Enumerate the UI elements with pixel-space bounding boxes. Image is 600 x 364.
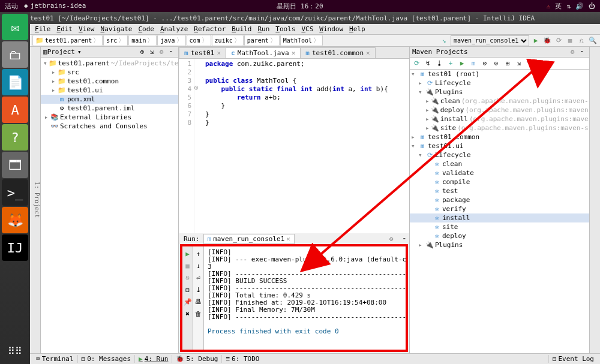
source-code[interactable]: package com.zuikc.parent; public class M… [203,59,409,233]
maven-tree-item[interactable]: ✲site [410,222,589,231]
maven-tree-item[interactable]: ✲verify [410,204,589,213]
project-tree-item[interactable]: ▸📚External Libraries [41,113,178,122]
maven-tree-item[interactable]: ▸🔌Plugins [410,240,589,249]
search-button[interactable]: 🔍 [588,36,598,46]
print-icon[interactable]: 🖶 [194,297,203,306]
add-maven-icon[interactable]: + [446,59,455,68]
build-icon[interactable]: ↘ [439,36,449,46]
project-tree-item[interactable]: ▸📁src [41,68,178,77]
scroll-icon[interactable]: ⤓ [194,285,203,294]
close-icon[interactable]: × [366,49,370,57]
maven-tree-item[interactable]: ✲test [410,186,589,195]
project-tree-item[interactable]: mpom.xml [41,95,178,104]
menu-analyze[interactable]: Analyze [158,25,190,33]
run-button[interactable]: ▶ [531,36,541,46]
layout-icon[interactable]: ⊟ [183,285,193,294]
menu-run[interactable]: Run [255,25,272,33]
hide-icon[interactable]: ⁃ [166,47,176,57]
breadcrumb-item[interactable]: com 〉 [187,35,211,46]
run-maven-icon[interactable]: ▶ [457,59,467,68]
left-gutter[interactable]: 1: Project [30,47,41,353]
wrap-icon[interactable]: ⏎ [194,273,203,282]
launcher-apps-grid[interactable]: ⠿⠿ [2,338,28,364]
maven-tree-item[interactable]: ✲clean [410,160,589,169]
collapse-maven-icon[interactable]: ⇲ [514,59,524,68]
maven-tree-item[interactable]: ▸mtest01.common [410,133,589,142]
maven-tree-item[interactable]: ✲compile [410,178,589,186]
rerun-icon[interactable]: ▶ [183,249,193,258]
launcher-software[interactable]: A [2,97,28,123]
down-icon[interactable]: ↓ [194,261,203,270]
stop-icon[interactable]: ■ [183,261,193,270]
menu-code[interactable]: Code [136,25,157,33]
breadcrumb-item[interactable]: 📁test01.parent 〉 [32,35,103,46]
maven-gear-icon[interactable]: ⚙ [568,47,577,57]
run-config-select[interactable]: maven_run_console1 [451,35,529,46]
status-todo[interactable]: ≡6: TODO [221,355,263,363]
trash-icon[interactable]: 🗑 [194,309,203,318]
status-debug[interactable]: 🐞5: Debug [172,355,221,363]
maven-tree-item[interactable]: ▸🔌site (org.apache.maven.plugins:maven-s… [410,124,589,133]
menu-edit[interactable]: Edit [55,25,76,33]
ime-indicator[interactable]: 英 [555,2,562,11]
clock[interactable]: 星期日 16：20 [277,2,323,11]
console-output[interactable]: [INFO][INFO] --- exec-maven-plugin:1.6.0… [204,246,406,350]
activities-label[interactable]: 活动 [5,2,18,11]
right-gutter[interactable] [589,47,600,353]
debug-button[interactable]: 🐞 [542,36,552,46]
menu-view[interactable]: View [76,25,97,33]
stop-button[interactable]: ■ [565,36,575,46]
maven-tree-item[interactable]: ✲validate [410,169,589,178]
project-tree-item[interactable]: 👓Scratches and Consoles [41,122,178,131]
menu-navigate[interactable]: Navigate [98,25,135,33]
breadcrumb-item[interactable]: MathTool 〉 [280,35,323,46]
editor-tab[interactable]: mtest01.common× [300,47,375,58]
menu-vcs[interactable]: VCS [299,25,316,33]
launcher-intellij[interactable]: IJ [2,234,28,261]
reimport-icon[interactable]: ⟳ [412,59,421,68]
launcher-desktop[interactable]: 🗔 [2,152,28,178]
menu-tools[interactable]: Tools [273,25,298,33]
maven-tree-item[interactable]: ▸🔌clean (org.apache.maven.plugins:maven-… [410,97,589,106]
skip-tests-icon[interactable]: ⊝ [491,59,501,68]
maven-tree-item[interactable]: ▸⟳Lifecycle [410,79,589,88]
project-tree-item[interactable]: ▾📁test01.parent ~/IdeaProjects/tes [41,59,178,68]
launcher-firefox[interactable]: 🦊 [2,207,28,233]
menu-window[interactable]: Window [317,25,346,33]
status-run[interactable]: ▶4: Run [134,355,172,363]
launcher-help[interactable]: ? [2,124,28,151]
run-hide-icon[interactable]: ⁃ [400,234,409,243]
up-icon[interactable]: ↑ [194,249,203,258]
editor-tab[interactable]: mtest01× [179,47,226,58]
gear-icon[interactable]: ⚙ [157,47,166,57]
project-tree-item[interactable]: ⚙test01.parent.iml [41,104,178,113]
status-messages[interactable]: ⊟0: Messages [77,355,134,363]
warning-icon[interactable]: ⚠ [547,2,551,10]
collapse-icon[interactable]: ⇲ [147,47,157,57]
launcher-files[interactable]: 🗀 [2,41,28,68]
status-terminal[interactable]: ⌨Terminal [32,355,77,363]
generate-sources-icon[interactable]: ↯ [423,59,433,68]
scroll-from-source-icon[interactable]: ⊕ [137,47,147,57]
maven-settings-icon[interactable]: 🔧 [526,59,535,68]
breadcrumb-item[interactable]: src 〉 [103,35,128,46]
maven-tree-item[interactable]: ▸🔌install (org.apache.maven.plugins:mave… [410,115,589,124]
show-deps-icon[interactable]: ⊞ [503,59,512,68]
menu-file[interactable]: File [32,25,53,33]
launcher-thunderbird[interactable]: ✉ [2,14,28,40]
appmenu-label[interactable]: ◆jetbrains-idea [24,2,86,11]
network-icon[interactable]: ⇅ [566,2,571,10]
pin-icon[interactable]: 📌 [183,297,193,306]
coverage-button[interactable]: ⟳ [554,36,563,46]
breadcrumb-item[interactable]: main 〉 [128,35,157,46]
editor-tab[interactable]: cMathTool.java× [226,47,301,58]
maven-tree-item[interactable]: ✲install [410,213,589,222]
volume-icon[interactable]: 🔊 [575,2,584,10]
status-eventlog[interactable]: ⊟Event Log [548,355,598,363]
run-gear-icon[interactable]: ⚙ [386,234,396,243]
exit-icon[interactable]: ⎋ [183,273,193,282]
launcher-libreoffice[interactable]: 📄 [2,69,28,95]
breadcrumb-item[interactable]: parent 〉 [244,35,280,46]
close-run-icon[interactable]: ✖ [183,309,193,318]
maven-tree[interactable]: ▾mtest01 (root)▸⟳Lifecycle▾🔌Plugins▸🔌cle… [410,70,589,353]
